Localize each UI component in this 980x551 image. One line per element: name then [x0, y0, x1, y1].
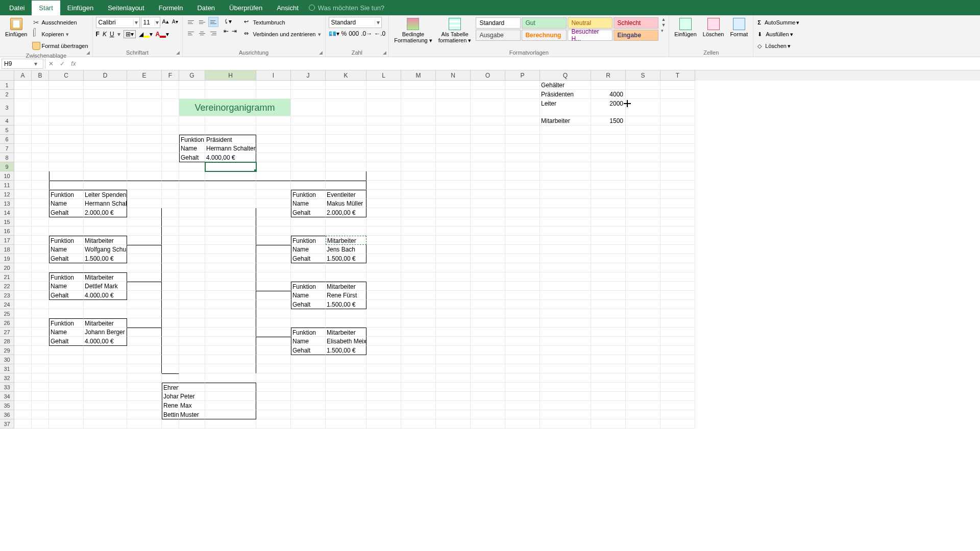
cell-F23[interactable]: [162, 291, 179, 300]
cell-G33[interactable]: [179, 383, 205, 392]
cell-B26[interactable]: [32, 318, 49, 328]
cell-P5[interactable]: [505, 126, 540, 135]
cell-L17[interactable]: [366, 236, 401, 245]
cell-F32[interactable]: [162, 373, 179, 383]
cell-B33[interactable]: [32, 383, 49, 392]
cell-J10[interactable]: [291, 171, 326, 181]
cell-F19[interactable]: [162, 254, 179, 263]
cell-E19[interactable]: [127, 254, 162, 263]
cell-G10[interactable]: [179, 171, 205, 181]
cell-S9[interactable]: [626, 162, 660, 171]
cell-S15[interactable]: [626, 217, 660, 227]
cell-P34[interactable]: [505, 392, 540, 401]
row-header-12[interactable]: 12: [0, 190, 14, 199]
align-middle-button[interactable]: [197, 17, 207, 27]
cell-E28[interactable]: [127, 337, 162, 346]
cell-I37[interactable]: [256, 419, 291, 429]
cell-L6[interactable]: [366, 135, 401, 144]
underline-button[interactable]: U: [110, 31, 114, 38]
column-header-A[interactable]: A: [14, 70, 32, 81]
cell-F34[interactable]: Johann: [162, 392, 179, 401]
cell-I13[interactable]: [256, 199, 291, 208]
cell-A25[interactable]: [14, 309, 32, 318]
cell-L14[interactable]: [366, 208, 401, 217]
cell-I19[interactable]: [256, 254, 291, 263]
cell-P25[interactable]: [505, 309, 540, 318]
cell-C12[interactable]: Funktion: [49, 190, 84, 199]
cell-K31[interactable]: [326, 364, 366, 373]
clipboard-launcher[interactable]: ◢: [85, 49, 91, 56]
cell-C19[interactable]: Gehalt: [49, 254, 84, 263]
cell-R17[interactable]: [591, 236, 626, 245]
cell-N22[interactable]: [436, 282, 471, 291]
cell-A22[interactable]: [14, 282, 32, 291]
cell-M26[interactable]: [401, 318, 436, 328]
decrease-decimal-button[interactable]: ←.0: [374, 30, 385, 37]
alignment-launcher[interactable]: ◢: [318, 49, 324, 56]
row-header-37[interactable]: 37: [0, 419, 14, 429]
cell-N11[interactable]: [436, 181, 471, 190]
cell-M4[interactable]: [401, 116, 436, 126]
cell-T28[interactable]: [660, 337, 695, 346]
cell-S10[interactable]: [626, 171, 660, 181]
cell-T10[interactable]: [660, 171, 695, 181]
cell-K18[interactable]: Jens Bach: [326, 245, 366, 254]
column-header-O[interactable]: O: [471, 70, 505, 81]
cell-K12[interactable]: Eventleiter: [326, 190, 366, 199]
cell-M36[interactable]: [401, 410, 436, 419]
cell-R21[interactable]: [591, 272, 626, 282]
increase-decimal-button[interactable]: .0→: [361, 30, 372, 37]
cell-R5[interactable]: [591, 126, 626, 135]
cell-A16[interactable]: [14, 227, 32, 236]
cell-R22[interactable]: [591, 282, 626, 291]
cell-L29[interactable]: [366, 346, 401, 355]
cell-P18[interactable]: [505, 245, 540, 254]
cell-K28[interactable]: Elisabeth Meix: [326, 337, 366, 346]
format-painter-button[interactable]: Format übertragen: [31, 40, 89, 52]
cell-G23[interactable]: [179, 291, 205, 300]
cell-A27[interactable]: [14, 328, 32, 337]
cell-M5[interactable]: [401, 126, 436, 135]
cell-P30[interactable]: [505, 355, 540, 364]
cell-I21[interactable]: [256, 272, 291, 282]
cell-T34[interactable]: [660, 392, 695, 401]
cell-J14[interactable]: Gehalt: [291, 208, 326, 217]
cell-S14[interactable]: [626, 208, 660, 217]
cell-S25[interactable]: [626, 309, 660, 318]
cell-F20[interactable]: [162, 263, 179, 272]
cell-T4[interactable]: [660, 116, 695, 126]
cell-F31[interactable]: [162, 364, 179, 373]
cell-N20[interactable]: [436, 263, 471, 272]
cell-R4[interactable]: 1500: [591, 116, 626, 126]
cell-L19[interactable]: [366, 254, 401, 263]
cell-E20[interactable]: [127, 263, 162, 272]
cell-K16[interactable]: [326, 227, 366, 236]
cell-C36[interactable]: [49, 410, 84, 419]
style-standard[interactable]: Standard: [476, 17, 521, 29]
cell-N30[interactable]: [436, 355, 471, 364]
cell-R11[interactable]: [591, 181, 626, 190]
cell-I10[interactable]: [256, 171, 291, 181]
cell-N13[interactable]: [436, 199, 471, 208]
cell-L36[interactable]: [366, 410, 401, 419]
cell-P33[interactable]: [505, 383, 540, 392]
cell-R3[interactable]: 2000: [591, 99, 626, 116]
row-header-21[interactable]: 21: [0, 272, 14, 282]
cell-N24[interactable]: [436, 300, 471, 309]
cell-D6[interactable]: [84, 135, 127, 144]
cell-P26[interactable]: [505, 318, 540, 328]
cell-N5[interactable]: [436, 126, 471, 135]
cell-K17[interactable]: Mitarbeiter: [326, 236, 366, 245]
cell-K21[interactable]: [326, 272, 366, 282]
cell-E26[interactable]: [127, 318, 162, 328]
cell-M19[interactable]: [401, 254, 436, 263]
cell-Q1[interactable]: Gehälter: [540, 81, 591, 90]
cell-B14[interactable]: [32, 208, 49, 217]
cell-S4[interactable]: [626, 116, 660, 126]
cell-F6[interactable]: [162, 135, 179, 144]
cell-R24[interactable]: [591, 300, 626, 309]
cell-H22[interactable]: [205, 282, 256, 291]
cell-K22[interactable]: Mitarbeiter: [326, 282, 366, 291]
cell-E24[interactable]: [127, 300, 162, 309]
cell-H13[interactable]: [205, 199, 256, 208]
